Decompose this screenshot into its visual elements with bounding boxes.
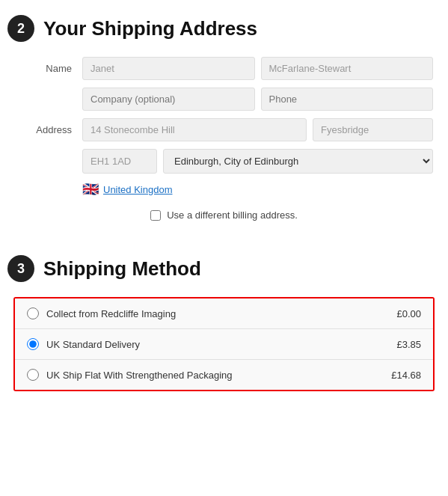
country-link[interactable]: United Kingdom xyxy=(103,184,173,195)
address-label: Address xyxy=(15,118,82,135)
shipping-option-strengthened: UK Ship Flat With Strengthened Packaging… xyxy=(15,360,433,390)
name-row: Name xyxy=(15,57,433,80)
shipping-option-standard: UK Standard Delivery £3.85 xyxy=(15,329,433,360)
first-name-field[interactable] xyxy=(82,57,255,80)
address-form: Name Address xyxy=(7,57,441,255)
shipping-radio-strengthened[interactable] xyxy=(27,369,39,381)
shipping-price-collect: £0.00 xyxy=(396,308,421,319)
company-phone-fields xyxy=(82,88,433,111)
last-name-field[interactable] xyxy=(261,57,434,80)
company-field[interactable] xyxy=(82,88,255,111)
postcode-label-spacer xyxy=(15,149,82,155)
address2-field[interactable] xyxy=(313,118,433,141)
name-fields xyxy=(82,57,433,80)
shipping-method-title: Shipping Method xyxy=(43,257,201,281)
shipping-method-header: 3 Shipping Method xyxy=(7,255,441,282)
shipping-price-strengthened: £14.68 xyxy=(391,370,421,381)
address1-field[interactable] xyxy=(82,118,307,141)
page-title: Your Shipping Address xyxy=(43,17,257,40)
shipping-method-section: 3 Shipping Method Collect from Redcliffe… xyxy=(7,255,441,391)
name-label: Name xyxy=(15,57,82,74)
postcode-field[interactable] xyxy=(82,149,157,174)
address-fields xyxy=(82,118,433,141)
shipping-address-header: 2 Your Shipping Address xyxy=(7,15,441,42)
shipping-price-standard: £3.85 xyxy=(396,339,421,350)
billing-label: Use a different billing address. xyxy=(167,209,298,221)
step-number-3: 3 xyxy=(7,255,34,282)
shipping-radio-standard[interactable] xyxy=(27,338,39,350)
phone-field[interactable] xyxy=(261,88,434,111)
shipping-radio-collect[interactable] xyxy=(27,307,39,319)
shipping-label-collect: Collect from Redcliffe Imaging xyxy=(46,308,389,319)
city-select[interactable]: Edinburgh, City of Edinburgh xyxy=(163,149,433,174)
shipping-methods-list: Collect from Redcliffe Imaging £0.00 UK … xyxy=(13,297,435,391)
postcode-city-fields: Edinburgh, City of Edinburgh xyxy=(82,149,433,174)
postcode-city-row: Edinburgh, City of Edinburgh xyxy=(15,149,433,174)
step-number-2: 2 xyxy=(7,15,34,42)
company-label-spacer xyxy=(15,88,82,94)
shipping-address-section: 2 Your Shipping Address Name Address xyxy=(7,15,441,255)
shipping-label-standard: UK Standard Delivery xyxy=(46,339,389,350)
different-billing-checkbox[interactable] xyxy=(150,210,161,221)
billing-row: Use a different billing address. xyxy=(15,209,433,221)
company-phone-row xyxy=(15,88,433,111)
shipping-label-strengthened: UK Ship Flat With Strengthened Packaging xyxy=(46,370,384,381)
uk-flag-icon: 🇬🇧 xyxy=(82,181,99,198)
shipping-option-collect: Collect from Redcliffe Imaging £0.00 xyxy=(15,298,433,329)
address-row: Address xyxy=(15,118,433,141)
country-row: 🇬🇧 United Kingdom xyxy=(82,181,433,198)
